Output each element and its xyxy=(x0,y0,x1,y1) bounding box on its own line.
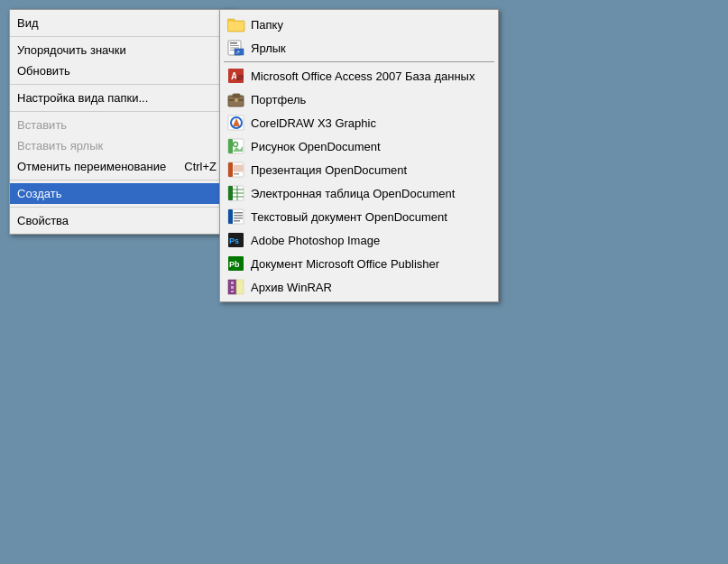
menu-item-otmenit-shortcut: Ctrl+Z xyxy=(184,160,217,173)
submenu-item-winrar[interactable]: Архив WinRAR xyxy=(220,275,498,299)
submenu-item-odt[interactable]: Текстовый документ OpenDocument xyxy=(220,205,498,228)
svg-rect-2 xyxy=(228,22,244,31)
menu-item-sozdat-label: Создать xyxy=(17,187,217,200)
menu-item-svoystva[interactable]: Свойства xyxy=(10,210,235,231)
svg-rect-49 xyxy=(231,286,234,289)
svg-rect-28 xyxy=(234,165,243,171)
submenu-item-yarlyk[interactable]: ↗ Ярлык xyxy=(220,36,498,60)
svg-rect-4 xyxy=(230,42,237,44)
svg-rect-18 xyxy=(235,98,238,102)
submenu-item-ods[interactable]: Электронная таблица OpenDocument xyxy=(220,181,498,205)
svg-text:↗: ↗ xyxy=(235,50,240,55)
menu-item-nastroyka-label: Настройка вида папки... xyxy=(17,91,217,105)
submenu-item-ods-label: Электронная таблица OpenDocument xyxy=(251,187,491,200)
svg-rect-47 xyxy=(236,280,244,294)
svg-rect-29 xyxy=(234,173,239,175)
svg-rect-50 xyxy=(231,291,234,292)
menu-item-vstavit-yarlyk[interactable]: Вставить ярлык xyxy=(10,135,235,156)
svg-rect-48 xyxy=(231,282,234,284)
submenu-item-winrar-label: Архив WinRAR xyxy=(251,281,491,294)
separator-1 xyxy=(10,36,235,37)
separator-2 xyxy=(10,84,235,85)
menu-item-svoystva-label: Свойства xyxy=(17,214,217,227)
submenu-item-papku-label: Папку xyxy=(251,18,491,32)
menu-item-nastroyka[interactable]: Настройка вида папки... xyxy=(10,88,235,108)
svg-rect-40 xyxy=(234,217,243,219)
ods-icon xyxy=(227,185,245,201)
menu-item-uporyadochit[interactable]: Упорядочить значки ► xyxy=(10,40,235,60)
submenu-item-portfel[interactable]: Портфель xyxy=(220,88,498,111)
submenu-item-odp-label: Презентация OpenDocument xyxy=(251,163,491,177)
submenu-item-psd-label: Adobe Photoshop Image xyxy=(251,234,491,247)
shortcut-icon: ↗ xyxy=(227,40,245,56)
svg-text:Pb: Pb xyxy=(229,260,240,269)
submenu-item-access[interactable]: A Microsoft Office Access 2007 База данн… xyxy=(220,64,498,88)
submenu-item-odg[interactable]: Рисунок OpenDocument xyxy=(220,134,498,158)
menu-item-vid-label: Вид xyxy=(17,16,217,30)
svg-rect-39 xyxy=(234,215,243,217)
submenu-item-odp[interactable]: Презентация OpenDocument xyxy=(220,158,498,181)
submenu-item-psd[interactable]: Ps Adobe Photoshop Image xyxy=(220,228,498,252)
menu-item-sozdat[interactable]: Создать ► xyxy=(10,183,235,204)
submenu-item-odt-label: Текстовый документ OpenDocument xyxy=(251,210,491,224)
separator-5 xyxy=(10,207,235,208)
svg-rect-31 xyxy=(228,186,233,200)
svg-rect-16 xyxy=(234,95,239,97)
odg-icon xyxy=(227,138,245,154)
odt-icon xyxy=(227,208,245,225)
svg-rect-41 xyxy=(234,220,240,222)
menu-item-vid[interactable]: Вид ► xyxy=(10,13,235,33)
menu-item-obnovit-label: Обновить xyxy=(17,64,217,78)
winrar-icon xyxy=(227,279,245,295)
svg-rect-23 xyxy=(228,139,233,153)
menu-item-obnovit[interactable]: Обновить xyxy=(10,60,235,81)
menu-item-vstavit-yarlyk-label: Вставить ярлык xyxy=(17,139,217,153)
submenu-item-portfel-label: Портфель xyxy=(251,93,491,106)
svg-rect-5 xyxy=(230,45,239,46)
svg-rect-6 xyxy=(230,48,239,49)
submenu-item-publisher[interactable]: Pb Документ Microsoft Office Publisher xyxy=(220,252,498,275)
menu-item-uporyadochit-label: Упорядочить значки xyxy=(17,43,217,57)
submenu-item-publisher-label: Документ Microsoft Office Publisher xyxy=(251,257,491,271)
folder-icon xyxy=(227,16,245,32)
submenu-item-corel[interactable]: CorelDRAW X3 Graphic xyxy=(220,111,498,134)
svg-rect-38 xyxy=(234,212,243,214)
submenu-item-access-label: Microsoft Office Access 2007 База данных xyxy=(251,69,491,83)
menu-item-otmenit[interactable]: Отменить переименование Ctrl+Z xyxy=(10,156,235,177)
access-icon: A xyxy=(227,68,245,84)
odp-icon xyxy=(227,162,245,178)
publisher-icon: Pb xyxy=(227,255,245,272)
context-menu: Вид ► Упорядочить значки ► Обновить Наст… xyxy=(9,9,235,235)
menu-item-vstavit-label: Вставить xyxy=(17,118,217,132)
submenu-sozdat: Папку ↗ Ярлык A Microso xyxy=(219,9,499,302)
portfel-icon xyxy=(227,91,245,107)
submenu-separator-top xyxy=(224,61,494,62)
svg-rect-37 xyxy=(228,209,233,224)
corel-icon xyxy=(227,115,245,131)
submenu-item-corel-label: CorelDRAW X3 Graphic xyxy=(251,116,491,130)
submenu-item-papku[interactable]: Папку xyxy=(220,13,498,36)
menu-item-vstavit[interactable]: Вставить xyxy=(10,115,235,135)
svg-text:Ps: Ps xyxy=(229,236,239,245)
separator-3 xyxy=(10,111,235,112)
separator-4 xyxy=(10,180,235,180)
submenu-item-yarlyk-label: Ярлык xyxy=(251,42,491,55)
svg-rect-27 xyxy=(228,162,233,177)
psd-icon: Ps xyxy=(227,232,245,248)
submenu-item-odg-label: Рисунок OpenDocument xyxy=(251,140,491,153)
menu-item-otmenit-label: Отменить переименование xyxy=(17,160,166,173)
